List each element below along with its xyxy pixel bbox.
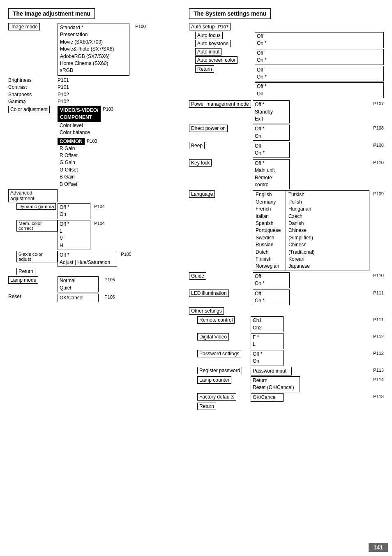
led-val1: On * (255, 297, 288, 304)
auto-screen-val1: On (257, 90, 363, 97)
lamp-mode-val0: Normal (60, 277, 97, 284)
lamp-counter-page: P114 (373, 377, 384, 382)
dynamic-gamma-page: P104 (94, 204, 105, 209)
direct-power-val1: On (255, 133, 288, 140)
brightness-page: P101 (58, 77, 129, 84)
image-mode-val-0: Standard * (60, 24, 127, 31)
guide-val0: Off (255, 273, 288, 280)
password-settings-page: P112 (373, 351, 384, 356)
image-mode-val-4: AdobeRGB (SX7/SX6) (60, 53, 127, 60)
g-offset: G Offset (60, 167, 181, 174)
sharpness-page: P102 (58, 91, 129, 98)
digital-video-label: Digital Video (197, 333, 229, 341)
six-axis-val0: Off * (60, 252, 115, 259)
reset-page: P106 (104, 294, 115, 299)
guide-val1: On * (255, 280, 288, 287)
six-axis-val1: Adjust | Hue/Saturation (60, 259, 115, 266)
key-lock-val2: Remote control (255, 174, 288, 189)
beep-val1: On * (255, 150, 288, 157)
lang-germany: Germany (256, 199, 283, 206)
digital-video-page: P112 (373, 334, 384, 339)
led-page: P111 (373, 290, 384, 295)
dynamic-gamma-val1: On (60, 211, 88, 218)
color-adj-video-label: VIDEO/S-VIDEO/COMPONENT (60, 107, 98, 120)
other-settings-label: Other settings (191, 308, 222, 314)
auto-input-val0: Off (257, 67, 363, 74)
lamp-mode-page: P105 (104, 277, 115, 282)
led-val0: Off (255, 290, 288, 297)
auto-keystone-val0: Off (257, 50, 363, 57)
auto-keystone-val1: On * (257, 57, 363, 64)
contrast-label: Contrast (8, 84, 58, 91)
right-menu-title: The System settings menu (189, 8, 271, 19)
color-adj-page2: P103 (87, 139, 97, 144)
contrast-page: P101 (58, 84, 129, 91)
auto-setup-label: Auto setup (191, 24, 214, 30)
power-mgmt-label: Power management mode (189, 100, 251, 108)
lang-czech: Czech (288, 213, 321, 220)
color-adj-label: Color adjustment (8, 106, 50, 113)
lang-turkish: Turkish (288, 191, 321, 198)
b-gain: B Gain (60, 174, 181, 181)
key-lock-page: P110 (373, 160, 384, 165)
image-mode-val-1: Presentation (60, 31, 127, 38)
key-lock-val1: Main unit (255, 167, 288, 174)
remote-control-label: Remote control (197, 316, 235, 324)
advanced-return-label: Return (16, 268, 35, 275)
lang-japanese: Japanese (288, 263, 321, 270)
beep-label: Beep (189, 142, 205, 149)
power-mgmt-val1: Standby (255, 109, 288, 116)
lang-norwegian: Norwegian (256, 263, 283, 270)
r-gain: R Gain (60, 145, 181, 152)
digital-video-val1: L (253, 341, 281, 348)
direct-power-page: P108 (373, 125, 384, 130)
mem-color-label: Mem. color correct (16, 220, 58, 232)
power-mgmt-val2: Exit (255, 116, 288, 123)
lang-english: English (256, 191, 283, 198)
other-settings-return: Return (197, 403, 216, 410)
auto-setup-return: Return (195, 65, 214, 73)
lang-portuguese: Portuguese (256, 227, 283, 234)
b-offset: B Offset (60, 181, 181, 188)
color-level: Color level (60, 122, 181, 129)
lamp-counter-val1: Reset (OK/Cancel) (253, 384, 298, 391)
reset-label: Reset (8, 294, 21, 299)
lang-spanish: Spanish (256, 220, 283, 227)
color-balance: Color balance (60, 129, 181, 136)
image-mode-val-6: sRGB (60, 67, 127, 74)
mem-color-val3: H (60, 242, 88, 249)
lang-french: French (256, 206, 283, 213)
beep-page: P108 (373, 143, 384, 148)
lang-italian: Italian (256, 213, 283, 220)
gamma-page: P102 (58, 98, 129, 105)
lamp-mode-val1: Quiet (60, 285, 97, 292)
guide-page: P110 (373, 273, 384, 278)
color-adj-page1: P103 (103, 107, 113, 111)
gamma-label: Gamma (8, 98, 58, 105)
lang-traditional: (Traditional) (288, 249, 321, 256)
lamp-counter-label: Lamp counter (197, 376, 231, 384)
left-menu-title: The Image adjustment menu (8, 8, 95, 19)
password-settings-val0: Off * (253, 351, 281, 358)
color-adj-common-label: COMMON (60, 139, 83, 144)
lang-hungarian: Hungarian (288, 206, 321, 213)
lang-chinese-simp: Chinese (288, 227, 321, 234)
right-panel: The System settings menu Auto setup P107… (189, 8, 384, 411)
remote-control-val0: Ch1 (253, 317, 281, 324)
dynamic-gamma-label: Dynamic gamma (16, 203, 56, 210)
advanced-adj-label: Advanced adjustment (8, 189, 58, 202)
left-panel: The Image adjustment menu Image mode Sta… (8, 8, 181, 411)
guide-label: Guide (189, 272, 206, 280)
power-mgmt-val0: Off * (255, 101, 288, 108)
r-offset: R Offset (60, 152, 181, 159)
lang-russian: Russian (256, 241, 283, 248)
lang-danish: Danish (288, 220, 321, 227)
mem-color-val2: M (60, 235, 88, 242)
lang-korean: Korean (288, 256, 321, 263)
lamp-mode-label: Lamp mode (8, 276, 38, 284)
remote-control-page: P111 (373, 317, 384, 322)
page-number: 141 (369, 543, 388, 552)
key-lock-val0: Off * (255, 160, 288, 167)
image-mode-val-5: Home Cinema (SX60) (60, 60, 127, 67)
password-settings-val1: On (253, 358, 281, 365)
